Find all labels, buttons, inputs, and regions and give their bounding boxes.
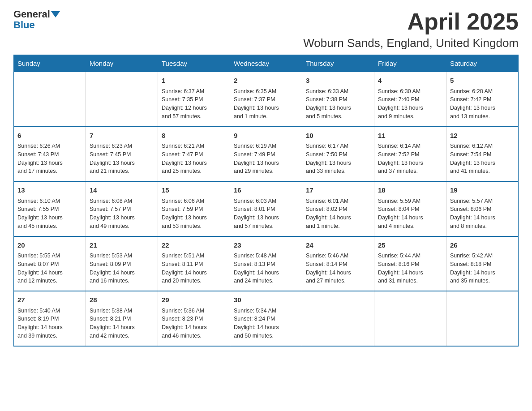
day-info: Sunrise: 6:12 AM Sunset: 7:54 PM Dayligh… xyxy=(450,142,515,176)
day-number: 12 xyxy=(450,131,515,141)
calendar-cell: 19Sunrise: 5:57 AM Sunset: 8:06 PM Dayli… xyxy=(446,181,519,236)
column-header-monday: Monday xyxy=(86,55,158,72)
day-info: Sunrise: 5:55 AM Sunset: 8:07 PM Dayligh… xyxy=(17,252,82,285)
day-info: Sunrise: 6:08 AM Sunset: 7:57 PM Dayligh… xyxy=(90,197,154,231)
day-number: 1 xyxy=(162,76,226,86)
day-info: Sunrise: 5:44 AM Sunset: 8:16 PM Dayligh… xyxy=(378,252,442,285)
day-info: Sunrise: 6:01 AM Sunset: 8:02 PM Dayligh… xyxy=(306,197,370,231)
day-number: 17 xyxy=(306,185,370,196)
calendar-week-row: 20Sunrise: 5:55 AM Sunset: 8:07 PM Dayli… xyxy=(14,236,519,291)
calendar-cell: 9Sunrise: 6:19 AM Sunset: 7:49 PM Daylig… xyxy=(230,127,302,182)
day-number: 27 xyxy=(17,295,82,305)
calendar-cell: 4Sunrise: 6:30 AM Sunset: 7:40 PM Daylig… xyxy=(374,72,446,127)
calendar-cell: 2Sunrise: 6:35 AM Sunset: 7:37 PM Daylig… xyxy=(230,72,302,127)
day-info: Sunrise: 6:17 AM Sunset: 7:50 PM Dayligh… xyxy=(306,142,370,176)
calendar-cell: 30Sunrise: 5:34 AM Sunset: 8:24 PM Dayli… xyxy=(230,291,302,346)
calendar-cell: 15Sunrise: 6:06 AM Sunset: 7:59 PM Dayli… xyxy=(158,181,230,236)
day-info: Sunrise: 6:28 AM Sunset: 7:42 PM Dayligh… xyxy=(450,87,515,121)
calendar-cell: 11Sunrise: 6:14 AM Sunset: 7:52 PM Dayli… xyxy=(374,127,446,182)
calendar-cell: 6Sunrise: 6:26 AM Sunset: 7:43 PM Daylig… xyxy=(14,127,86,182)
day-info: Sunrise: 6:30 AM Sunset: 7:40 PM Dayligh… xyxy=(378,87,442,121)
calendar-cell: 25Sunrise: 5:44 AM Sunset: 8:16 PM Dayli… xyxy=(374,236,446,291)
logo-blue-text: Blue xyxy=(13,19,35,30)
logo-triangle-icon xyxy=(51,11,60,17)
day-info: Sunrise: 5:59 AM Sunset: 8:04 PM Dayligh… xyxy=(378,197,442,231)
column-header-saturday: Saturday xyxy=(446,55,519,72)
calendar-cell: 18Sunrise: 5:59 AM Sunset: 8:04 PM Dayli… xyxy=(374,181,446,236)
calendar-cell: 22Sunrise: 5:51 AM Sunset: 8:11 PM Dayli… xyxy=(158,236,230,291)
day-number: 26 xyxy=(450,240,515,251)
day-info: Sunrise: 6:33 AM Sunset: 7:38 PM Dayligh… xyxy=(306,87,370,121)
day-number: 30 xyxy=(234,295,298,305)
day-info: Sunrise: 5:48 AM Sunset: 8:13 PM Dayligh… xyxy=(234,252,298,285)
day-info: Sunrise: 6:35 AM Sunset: 7:37 PM Dayligh… xyxy=(234,87,298,121)
column-header-sunday: Sunday xyxy=(14,55,86,72)
day-info: Sunrise: 5:36 AM Sunset: 8:23 PM Dayligh… xyxy=(162,307,226,340)
day-number: 18 xyxy=(378,185,442,196)
column-header-tuesday: Tuesday xyxy=(158,55,230,72)
day-number: 5 xyxy=(450,76,515,86)
calendar-cell: 14Sunrise: 6:08 AM Sunset: 7:57 PM Dayli… xyxy=(86,181,158,236)
column-header-thursday: Thursday xyxy=(302,55,374,72)
calendar-cell: 10Sunrise: 6:17 AM Sunset: 7:50 PM Dayli… xyxy=(302,127,374,182)
calendar-cell xyxy=(374,291,446,346)
logo-general-text: General xyxy=(13,9,50,20)
day-number: 3 xyxy=(306,76,370,86)
day-number: 21 xyxy=(90,240,154,251)
day-info: Sunrise: 5:46 AM Sunset: 8:14 PM Dayligh… xyxy=(306,252,370,285)
day-number: 9 xyxy=(234,131,298,141)
day-info: Sunrise: 5:34 AM Sunset: 8:24 PM Dayligh… xyxy=(234,307,298,340)
calendar-cell: 3Sunrise: 6:33 AM Sunset: 7:38 PM Daylig… xyxy=(302,72,374,127)
day-number: 11 xyxy=(378,131,442,141)
day-info: Sunrise: 6:37 AM Sunset: 7:35 PM Dayligh… xyxy=(162,87,226,121)
day-info: Sunrise: 6:23 AM Sunset: 7:45 PM Dayligh… xyxy=(90,142,154,176)
logo: General Blue xyxy=(13,9,60,30)
day-info: Sunrise: 6:26 AM Sunset: 7:43 PM Dayligh… xyxy=(17,142,82,176)
day-number: 24 xyxy=(306,240,370,251)
calendar-cell xyxy=(302,291,374,346)
calendar-cell xyxy=(14,72,86,127)
day-number: 19 xyxy=(450,185,515,196)
day-info: Sunrise: 5:42 AM Sunset: 8:18 PM Dayligh… xyxy=(450,252,515,285)
calendar-header-row: SundayMondayTuesdayWednesdayThursdayFrid… xyxy=(14,55,519,72)
day-number: 15 xyxy=(162,185,226,196)
calendar-cell xyxy=(446,291,519,346)
day-info: Sunrise: 5:51 AM Sunset: 8:11 PM Dayligh… xyxy=(162,252,226,285)
calendar-table: SundayMondayTuesdayWednesdayThursdayFrid… xyxy=(13,55,519,347)
day-number: 13 xyxy=(17,185,82,196)
calendar-week-row: 27Sunrise: 5:40 AM Sunset: 8:19 PM Dayli… xyxy=(14,291,519,346)
day-info: Sunrise: 6:03 AM Sunset: 8:01 PM Dayligh… xyxy=(234,197,298,231)
calendar-cell: 24Sunrise: 5:46 AM Sunset: 8:14 PM Dayli… xyxy=(302,236,374,291)
day-number: 28 xyxy=(90,295,154,305)
column-header-friday: Friday xyxy=(374,55,446,72)
day-number: 29 xyxy=(162,295,226,305)
day-info: Sunrise: 6:19 AM Sunset: 7:49 PM Dayligh… xyxy=(234,142,298,176)
calendar-cell: 20Sunrise: 5:55 AM Sunset: 8:07 PM Dayli… xyxy=(14,236,86,291)
day-info: Sunrise: 6:10 AM Sunset: 7:55 PM Dayligh… xyxy=(17,197,82,231)
calendar-cell: 28Sunrise: 5:38 AM Sunset: 8:21 PM Dayli… xyxy=(86,291,158,346)
day-number: 2 xyxy=(234,76,298,86)
day-number: 7 xyxy=(90,131,154,141)
day-number: 6 xyxy=(17,131,82,141)
day-number: 4 xyxy=(378,76,442,86)
title-block: April 2025 Woburn Sands, England, United… xyxy=(303,9,519,50)
day-number: 16 xyxy=(234,185,298,196)
day-number: 10 xyxy=(306,131,370,141)
month-title: April 2025 xyxy=(303,9,519,34)
calendar-cell: 21Sunrise: 5:53 AM Sunset: 8:09 PM Dayli… xyxy=(86,236,158,291)
day-number: 22 xyxy=(162,240,226,251)
calendar-cell: 13Sunrise: 6:10 AM Sunset: 7:55 PM Dayli… xyxy=(14,181,86,236)
calendar-cell: 16Sunrise: 6:03 AM Sunset: 8:01 PM Dayli… xyxy=(230,181,302,236)
day-info: Sunrise: 5:57 AM Sunset: 8:06 PM Dayligh… xyxy=(450,197,515,231)
day-number: 14 xyxy=(90,185,154,196)
calendar-cell: 8Sunrise: 6:21 AM Sunset: 7:47 PM Daylig… xyxy=(158,127,230,182)
calendar-cell: 26Sunrise: 5:42 AM Sunset: 8:18 PM Dayli… xyxy=(446,236,519,291)
calendar-cell: 7Sunrise: 6:23 AM Sunset: 7:45 PM Daylig… xyxy=(86,127,158,182)
calendar-week-row: 1Sunrise: 6:37 AM Sunset: 7:35 PM Daylig… xyxy=(14,72,519,127)
page-header: General Blue April 2025 Woburn Sands, En… xyxy=(13,9,519,50)
day-info: Sunrise: 5:53 AM Sunset: 8:09 PM Dayligh… xyxy=(90,252,154,285)
day-info: Sunrise: 5:38 AM Sunset: 8:21 PM Dayligh… xyxy=(90,307,154,340)
calendar-cell: 27Sunrise: 5:40 AM Sunset: 8:19 PM Dayli… xyxy=(14,291,86,346)
calendar-cell: 17Sunrise: 6:01 AM Sunset: 8:02 PM Dayli… xyxy=(302,181,374,236)
calendar-cell xyxy=(86,72,158,127)
